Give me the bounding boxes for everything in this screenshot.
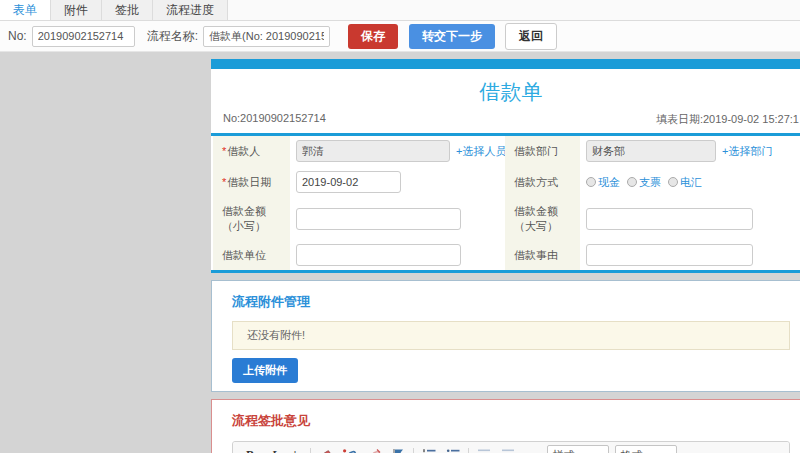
content-panel: 借款单 No:20190902152714 填表日期:2019-09-02 15… <box>211 59 800 453</box>
radio-icon[interactable] <box>668 177 678 187</box>
toolbar-separator <box>413 448 414 453</box>
reason-field-cell <box>580 240 800 270</box>
borrower-input[interactable] <box>296 140 450 162</box>
attachments-section: 流程附件管理 还没有附件! 上传附件 <box>211 280 800 392</box>
blockquote-icon[interactable]: ” <box>523 446 541 453</box>
approval-title: 流程签批意见 <box>232 412 790 430</box>
unit-label-cell: 借款单位 <box>213 240 290 270</box>
form-meta-row: No:20190902152714 填表日期:2019-09-02 15:27:… <box>211 110 800 127</box>
department-label-cell: 借款部门 <box>505 136 580 166</box>
editor-toolbar: B I abc <box>233 442 789 453</box>
unit-field-cell <box>290 240 505 270</box>
department-input[interactable] <box>586 140 716 162</box>
link-icon[interactable] <box>341 446 359 453</box>
fill-date-text: 填表日期:2019-09-02 15:27:1 <box>656 112 799 127</box>
amount-lower-field-cell <box>290 198 505 240</box>
method-label: 借款方式 <box>514 175 558 190</box>
approval-section: 流程签批意见 B I abc <box>211 399 800 453</box>
unit-input[interactable] <box>296 244 461 266</box>
toolbar-separator <box>310 448 311 453</box>
remove-format-icon[interactable] <box>317 446 335 453</box>
page-title: 借款单 <box>211 69 800 110</box>
unit-label: 借款单位 <box>222 248 266 263</box>
method-field-cell: 现金 支票 电汇 <box>580 166 800 198</box>
loan-form-section: 借款单 No:20190902152714 填表日期:2019-09-02 15… <box>211 59 800 273</box>
tab-attachment[interactable]: 附件 <box>51 0 102 20</box>
tab-bar: 表单 附件 签批 流程进度 <box>0 0 800 21</box>
tab-progress[interactable]: 流程进度 <box>153 0 228 20</box>
save-button[interactable]: 保存 <box>348 24 398 49</box>
tab-form-label: 表单 <box>13 2 37 19</box>
borrower-label-cell: * 借款人 <box>213 136 290 166</box>
radio-check-label: 支票 <box>639 175 661 190</box>
select-department-link[interactable]: +选择部门 <box>722 144 772 159</box>
amount-lower-label: 借款金额（小写） <box>222 204 282 234</box>
amount-upper-label-cell: 借款金额（大写） <box>505 198 580 240</box>
required-mark: * <box>222 144 226 159</box>
tab-attachment-label: 附件 <box>64 2 88 19</box>
borrow-date-label-cell: * 借款日期 <box>213 166 290 198</box>
page-background: 借款单 No:20190902152714 填表日期:2019-09-02 15… <box>0 52 800 453</box>
radio-option-check[interactable]: 支票 <box>627 175 661 190</box>
amount-upper-label: 借款金额（大写） <box>514 204 572 234</box>
radio-option-wire[interactable]: 电汇 <box>668 175 702 190</box>
styles-dropdown[interactable]: 样式 <box>547 445 609 453</box>
action-toolbar: No: 流程名称: 保存 转交下一步 返回 <box>0 21 800 52</box>
reason-label-cell: 借款事由 <box>505 240 580 270</box>
method-label-cell: 借款方式 <box>505 166 580 198</box>
format-dropdown[interactable]: 格式 <box>615 445 677 453</box>
unlink-icon[interactable] <box>365 446 383 453</box>
anchor-flag-icon[interactable] <box>389 446 407 453</box>
borrower-field-cell: +选择人员 <box>290 136 505 166</box>
amount-lower-input[interactable] <box>296 208 461 230</box>
process-name-label: 流程名称: <box>147 28 198 45</box>
header-accent-bar <box>211 59 800 69</box>
form-no-text: No:20190902152714 <box>223 112 326 127</box>
process-name-input[interactable] <box>203 26 330 47</box>
outdent-icon[interactable] <box>475 446 493 453</box>
department-label: 借款部门 <box>514 144 558 159</box>
borrow-date-label: 借款日期 <box>227 175 271 190</box>
upload-attachment-button[interactable]: 上传附件 <box>232 358 298 383</box>
tab-approval-label: 签批 <box>115 2 139 19</box>
forward-next-step-button[interactable]: 转交下一步 <box>409 24 495 49</box>
toolbar-separator <box>468 448 469 453</box>
numbered-list-icon[interactable] <box>420 446 438 453</box>
radio-icon[interactable] <box>627 177 637 187</box>
required-mark: * <box>222 175 226 190</box>
radio-icon[interactable] <box>586 177 596 187</box>
borrow-date-field-cell <box>290 166 505 198</box>
tab-form[interactable]: 表单 <box>0 0 51 20</box>
amount-lower-label-cell: 借款金额（小写） <box>213 198 290 240</box>
styles-dropdown-label: 样式 <box>553 448 575 453</box>
strikethrough-icon[interactable]: abc <box>289 446 304 453</box>
radio-cash-label: 现金 <box>598 175 620 190</box>
bulleted-list-icon[interactable] <box>444 446 462 453</box>
reason-label: 借款事由 <box>514 248 558 263</box>
department-field-cell: +选择部门 <box>580 136 800 166</box>
indent-icon[interactable] <box>499 446 517 453</box>
tab-approval[interactable]: 签批 <box>102 0 153 20</box>
format-dropdown-label: 格式 <box>621 448 643 453</box>
method-radio-group: 现金 支票 电汇 <box>586 175 702 190</box>
bold-icon[interactable]: B <box>241 446 259 453</box>
form-grid: * 借款人 +选择人员 借款部门 +选择部门 * 借款日期 <box>213 136 800 270</box>
italic-icon[interactable]: I <box>265 446 283 453</box>
back-button[interactable]: 返回 <box>505 23 557 50</box>
attachments-empty-message: 还没有附件! <box>232 321 790 350</box>
amount-upper-input[interactable] <box>586 208 753 230</box>
rich-text-editor: B I abc <box>232 441 790 453</box>
no-input[interactable] <box>32 26 135 47</box>
borrower-label: 借款人 <box>227 144 260 159</box>
tab-progress-label: 流程进度 <box>166 2 214 19</box>
radio-wire-label: 电汇 <box>680 175 702 190</box>
radio-option-cash[interactable]: 现金 <box>586 175 620 190</box>
amount-upper-field-cell <box>580 198 800 240</box>
select-person-link[interactable]: +选择人员 <box>456 144 506 159</box>
no-label: No: <box>8 29 27 43</box>
attachments-title: 流程附件管理 <box>232 293 790 311</box>
reason-input[interactable] <box>586 244 753 266</box>
borrow-date-input[interactable] <box>296 171 401 193</box>
